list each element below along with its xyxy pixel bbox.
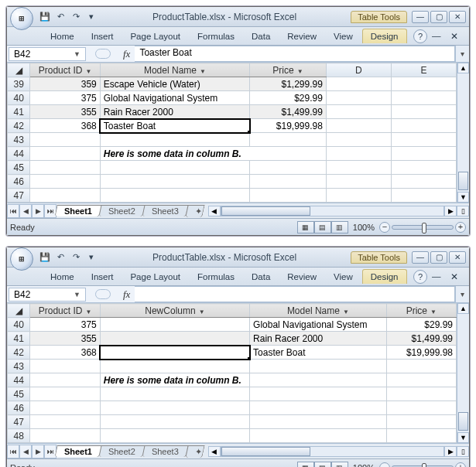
cell[interactable] xyxy=(30,360,100,373)
cell[interactable] xyxy=(250,415,387,429)
close-button[interactable]: ✕ xyxy=(449,11,466,23)
column-header-c[interactable]: Price▼ xyxy=(250,63,327,77)
cell[interactable] xyxy=(100,175,249,189)
tab-review[interactable]: Review xyxy=(279,29,324,43)
qat-dropdown-icon[interactable]: ▾ xyxy=(84,10,98,24)
cell[interactable] xyxy=(100,415,249,429)
cell[interactable] xyxy=(391,133,456,147)
cell[interactable] xyxy=(391,189,456,203)
cell[interactable]: $1,499.99 xyxy=(386,332,456,346)
cell[interactable] xyxy=(100,429,249,443)
cell[interactable] xyxy=(326,77,391,91)
cell[interactable] xyxy=(250,175,327,189)
sheet-tab-sheet2[interactable]: Sheet2 xyxy=(98,205,145,216)
row-header[interactable]: 44 xyxy=(8,147,30,161)
row-header[interactable]: 46 xyxy=(8,175,30,189)
ribbon-minimize-button[interactable]: — xyxy=(432,31,446,42)
row-header[interactable]: 46 xyxy=(8,401,30,415)
zoom-out-button[interactable]: − xyxy=(379,462,390,468)
cell[interactable] xyxy=(250,189,327,203)
cell[interactable]: $29.99 xyxy=(250,91,327,105)
cell[interactable] xyxy=(326,133,391,147)
cell[interactable] xyxy=(250,373,387,387)
sheet-tab-sheet3[interactable]: Sheet3 xyxy=(142,205,188,216)
sheet-tab-sheet2[interactable]: Sheet2 xyxy=(98,445,145,457)
save-icon[interactable]: 💾 xyxy=(38,10,52,24)
cell[interactable]: $19,999.98 xyxy=(386,346,456,360)
cell[interactable] xyxy=(391,147,456,161)
active-cell[interactable]: Toaster Boat xyxy=(100,119,249,133)
cell[interactable] xyxy=(100,332,249,346)
cell[interactable] xyxy=(250,161,327,175)
row-header[interactable]: 40 xyxy=(8,318,30,332)
cell[interactable] xyxy=(391,91,456,105)
cell[interactable]: 359 xyxy=(30,77,100,91)
zoom-out-button[interactable]: − xyxy=(379,222,390,233)
zoom-thumb[interactable] xyxy=(422,223,426,234)
cell[interactable]: Escape Vehicle (Water) xyxy=(100,77,249,91)
cell[interactable] xyxy=(326,105,391,119)
tab-formulas[interactable]: Formulas xyxy=(190,270,242,284)
cell[interactable] xyxy=(100,318,249,332)
vertical-scrollbar[interactable]: ▲ ▼ xyxy=(457,63,469,203)
sheet-tab-sheet3[interactable]: Sheet3 xyxy=(142,445,188,457)
tab-view[interactable]: View xyxy=(326,29,361,43)
tab-data[interactable]: Data xyxy=(244,270,278,284)
scroll-right-icon[interactable]: ▶ xyxy=(444,206,457,216)
tab-formulas[interactable]: Formulas xyxy=(190,29,242,43)
view-normal-button[interactable]: ▦ xyxy=(297,462,314,468)
minimize-button[interactable]: — xyxy=(412,251,429,264)
column-header-b[interactable]: NewColumn▼ xyxy=(100,304,249,318)
undo-icon[interactable]: ↶ xyxy=(53,251,67,264)
cell[interactable]: $1,299.99 xyxy=(250,77,327,91)
cell[interactable] xyxy=(326,119,391,133)
scroll-down-icon[interactable]: ▼ xyxy=(457,432,469,443)
cell[interactable] xyxy=(100,387,249,401)
cell[interactable]: Toaster Boat xyxy=(250,346,387,360)
row-header[interactable]: 41 xyxy=(8,332,30,346)
tab-nav-next-icon[interactable]: ▶ xyxy=(32,445,44,458)
cell[interactable]: Rain Racer 2000 xyxy=(100,105,249,119)
row-header[interactable]: 45 xyxy=(8,161,30,175)
row-header[interactable]: 42 xyxy=(8,346,30,360)
row-header[interactable]: 45 xyxy=(8,387,30,401)
cell[interactable] xyxy=(326,189,391,203)
scroll-thumb[interactable] xyxy=(221,447,310,456)
split-handle[interactable]: ▯ xyxy=(457,206,469,216)
cell[interactable] xyxy=(386,429,456,443)
cell[interactable] xyxy=(391,175,456,189)
tab-home[interactable]: Home xyxy=(43,29,82,43)
cell[interactable] xyxy=(391,119,456,133)
cell[interactable] xyxy=(30,161,100,175)
cell[interactable] xyxy=(100,133,249,147)
cell[interactable] xyxy=(391,161,456,175)
tab-nav-first-icon[interactable]: ⏮ xyxy=(7,445,19,458)
cell[interactable] xyxy=(326,147,391,161)
cell[interactable] xyxy=(386,415,456,429)
new-sheet-button[interactable]: ✦ xyxy=(185,445,204,458)
scroll-up-icon[interactable]: ▲ xyxy=(457,63,469,73)
redo-icon[interactable]: ↷ xyxy=(69,10,83,24)
row-header[interactable]: 47 xyxy=(8,189,30,203)
formula-input[interactable]: Toaster Boat xyxy=(135,46,455,62)
cell[interactable] xyxy=(250,387,387,401)
tab-design[interactable]: Design xyxy=(362,269,407,284)
column-header-d[interactable]: D xyxy=(326,63,391,77)
note-cell[interactable]: Here is some data in column B. xyxy=(100,147,326,161)
cell[interactable] xyxy=(326,161,391,175)
row-header[interactable]: 48 xyxy=(8,429,30,443)
cell[interactable] xyxy=(30,175,100,189)
horizontal-scrollbar[interactable]: ◀ ▶ xyxy=(208,206,457,216)
scroll-thumb[interactable] xyxy=(458,172,468,190)
cell[interactable] xyxy=(250,401,387,415)
office-button[interactable]: ⊞ xyxy=(10,247,33,271)
view-page-break-button[interactable]: ▥ xyxy=(331,462,348,468)
workbook-close-button[interactable]: ✕ xyxy=(450,271,464,282)
active-cell[interactable] xyxy=(100,346,249,360)
zoom-slider[interactable] xyxy=(392,225,454,230)
tab-nav-next-icon[interactable]: ▶ xyxy=(32,204,44,218)
scroll-left-icon[interactable]: ◀ xyxy=(208,206,221,216)
cell[interactable]: Global Navigational System xyxy=(250,318,387,332)
cell[interactable] xyxy=(30,429,100,443)
close-button[interactable]: ✕ xyxy=(449,251,466,264)
